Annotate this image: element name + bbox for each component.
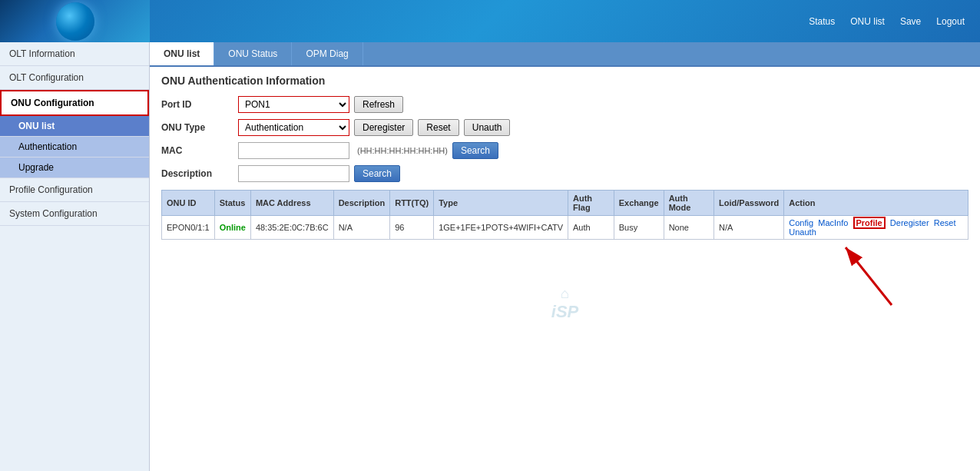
sidebar-item-olt-information[interactable]: OLT Information	[0, 42, 149, 66]
onu-type-select[interactable]: Authentication All SN MAC	[238, 119, 349, 136]
cell-action: Config MacInfo Profile Deregister Reset …	[784, 216, 968, 240]
action-profile[interactable]: Profile	[853, 217, 886, 229]
cell-loid-password: N/A	[714, 216, 784, 240]
cell-status: Online	[214, 216, 250, 240]
content-area: ONU list ONU Status OPM Diag ONU Authent…	[150, 42, 980, 471]
col-loid-password: Loid/Password	[714, 191, 784, 216]
mac-row: MAC (HH:HH:HH:HH:HH:HH) Search	[161, 142, 968, 159]
description-label: Description	[161, 168, 238, 179]
svg-line-1	[846, 247, 892, 305]
col-onu-id: ONU ID	[162, 191, 215, 216]
globe-icon	[56, 2, 94, 41]
col-action: Action	[784, 191, 968, 216]
top-header: Status ONU list Save Logout	[0, 0, 980, 42]
sidebar-item-system-configuration[interactable]: System Configuration	[0, 202, 149, 226]
cell-description: N/A	[333, 216, 390, 240]
content-body: ONU Authentication Information Port ID P…	[150, 67, 980, 471]
nav-save[interactable]: Save	[900, 16, 921, 27]
onu-type-label: ONU Type	[161, 122, 238, 133]
sidebar-item-profile-configuration[interactable]: Profile Configuration	[0, 178, 149, 202]
reset-button[interactable]: Reset	[418, 119, 459, 136]
unauth-button[interactable]: Unauth	[464, 119, 511, 136]
col-auth-flag: Auth Flag	[568, 191, 614, 216]
mac-controls: (HH:HH:HH:HH:HH:HH) Search	[238, 142, 498, 159]
top-nav: Status ONU list Save Logout	[809, 16, 965, 27]
nav-onu-list[interactable]: ONU list	[850, 16, 885, 27]
mac-search-button[interactable]: Search	[452, 142, 498, 159]
cell-rtt: 96	[390, 216, 434, 240]
refresh-button[interactable]: Refresh	[354, 96, 403, 113]
port-id-row: Port ID PON1 PON2 PON3 PON4 Refresh	[161, 96, 968, 113]
sidebar-item-olt-configuration[interactable]: OLT Configuration	[0, 66, 149, 90]
deregister-button[interactable]: Deregister	[354, 119, 413, 136]
tab-onu-list[interactable]: ONU list	[150, 42, 214, 65]
arrow-annotation	[815, 232, 907, 309]
cell-mac-address: 48:35:2E:0C:7B:6C	[250, 216, 333, 240]
isp-watermark: ⌂ iSP	[161, 286, 968, 322]
nav-logout[interactable]: Logout	[936, 16, 965, 27]
logo	[0, 0, 150, 42]
table-row: EPON0/1:1 Online 48:35:2E:0C:7B:6C N/A 9…	[162, 216, 968, 240]
action-unauth[interactable]: Unauth	[789, 227, 816, 237]
onu-table: ONU ID Status MAC Address Description RT…	[161, 190, 968, 240]
cell-auth-flag: Auth	[568, 216, 614, 240]
port-id-select[interactable]: PON1 PON2 PON3 PON4	[238, 96, 349, 113]
cell-auth-mode: None	[664, 216, 713, 240]
action-config[interactable]: Config	[789, 218, 813, 227]
sidebar-sub-item-upgrade[interactable]: Upgrade	[0, 158, 149, 178]
col-description: Description	[333, 191, 390, 216]
table-container: ONU ID Status MAC Address Description RT…	[161, 190, 968, 240]
action-macinfo[interactable]: MacInfo	[818, 218, 848, 227]
col-auth-mode: Auth Mode	[664, 191, 713, 216]
onu-type-controls: Authentication All SN MAC Deregister Res…	[238, 119, 510, 136]
tab-bar: ONU list ONU Status OPM Diag	[150, 42, 980, 67]
sidebar: OLT Information OLT Configuration ONU Co…	[0, 42, 150, 471]
col-mac-address: MAC Address	[250, 191, 333, 216]
description-row: Description Search	[161, 165, 968, 182]
description-input[interactable]	[238, 165, 349, 182]
cell-type: 1GE+1FE+1POTS+4WIFI+CATV	[434, 216, 568, 240]
onu-type-row: ONU Type Authentication All SN MAC Dereg…	[161, 119, 968, 136]
col-type: Type	[434, 191, 568, 216]
action-reset[interactable]: Reset	[934, 218, 956, 227]
description-controls: Search	[238, 165, 400, 182]
sidebar-item-onu-configuration[interactable]: ONU Configuration	[0, 90, 149, 116]
sidebar-sub-item-onu-list[interactable]: ONU list	[0, 116, 149, 137]
port-id-label: Port ID	[161, 99, 238, 110]
main-layout: OLT Information OLT Configuration ONU Co…	[0, 42, 980, 471]
cell-exchange: Busy	[614, 216, 664, 240]
page-title: ONU Authentication Information	[161, 75, 968, 87]
col-status: Status	[214, 191, 250, 216]
mac-label: MAC	[161, 145, 238, 156]
mac-hint: (HH:HH:HH:HH:HH:HH)	[357, 146, 448, 155]
sidebar-sub-item-authentication[interactable]: Authentication	[0, 137, 149, 158]
col-exchange: Exchange	[614, 191, 664, 216]
tab-onu-status[interactable]: ONU Status	[214, 42, 292, 65]
mac-input[interactable]	[238, 142, 349, 159]
col-rtt: RTT(TQ)	[390, 191, 434, 216]
description-search-button[interactable]: Search	[354, 165, 400, 182]
action-deregister[interactable]: Deregister	[890, 218, 929, 227]
nav-status[interactable]: Status	[809, 16, 835, 27]
tab-opm-diag[interactable]: OPM Diag	[292, 42, 363, 65]
port-id-controls: PON1 PON2 PON3 PON4 Refresh	[238, 96, 403, 113]
cell-onu-id: EPON0/1:1	[162, 216, 215, 240]
